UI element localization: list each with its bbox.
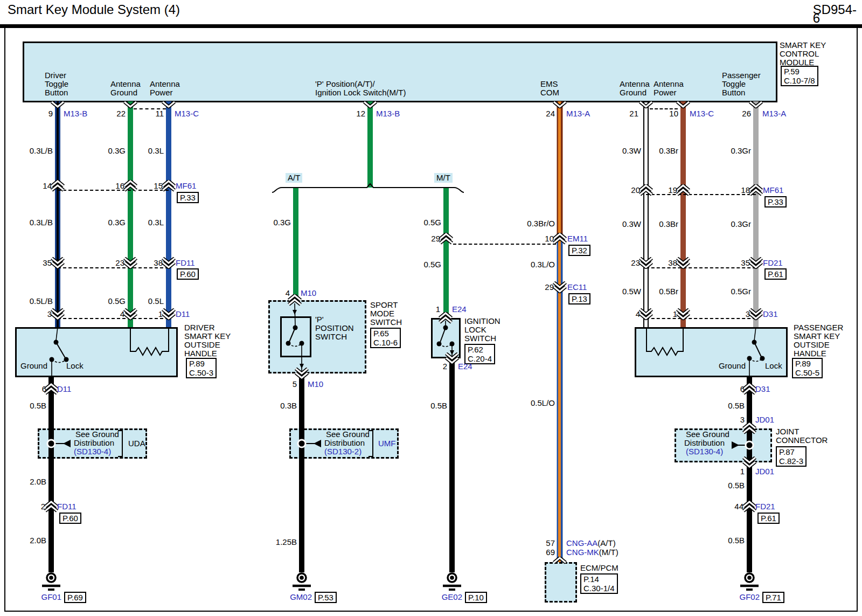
em11-chevron-icon (553, 233, 567, 245)
wire-gauge: 0.3L/B (30, 147, 53, 155)
ground-symbol-icon (739, 572, 760, 593)
connector-id: D11 (176, 310, 190, 319)
tie-d11 (58, 318, 169, 319)
ecm-chevron-icon (553, 557, 567, 564)
wire-gauge: 2.0B (30, 536, 46, 545)
wire-driver-toggle (55, 101, 60, 327)
mf61-right-chevron-icon (676, 184, 690, 196)
ground-dist-link[interactable]: (SD130-4) (74, 447, 111, 456)
sport-mode-switch-label: SPORT MODE SWITCH (370, 301, 402, 327)
connector-id: MF61 (763, 186, 783, 195)
page-ref: P.89 C.50-5 (792, 358, 823, 378)
ground-dist-text: See Ground (326, 430, 370, 439)
pin-number: 2 (443, 362, 447, 371)
ground-dist-tag: UMF (378, 439, 396, 448)
connector-id: D31 (763, 310, 778, 319)
connector-id: FD21 (763, 259, 783, 267)
wire-gauge: 2.0B (30, 477, 46, 486)
pin-number: 6 (740, 385, 745, 393)
page-ref: P.10 (465, 592, 487, 603)
pin-number: 6 (42, 385, 46, 393)
pin-number: 4 (120, 310, 124, 319)
connector-id: FD11 (57, 502, 77, 511)
pin-number: 3 (740, 416, 745, 424)
wire-driver-handle-ground (48, 377, 54, 572)
ground-dist-text: Distribution (324, 439, 365, 447)
connector-id: M13-C (690, 109, 714, 118)
connector-id: M13-B (64, 109, 87, 118)
d11-chevron-icon (51, 308, 65, 320)
page-ref: P.71 (762, 592, 784, 603)
pin-number: 15 (154, 182, 163, 190)
ground-dist-link[interactable]: (SD130-4) (686, 447, 723, 456)
ground-symbol-icon (291, 572, 312, 593)
driver-handle-title: DRIVER SMART KEY OUTSIDE HANDLE (184, 323, 231, 358)
wire-gauge: 0.5G (108, 297, 126, 306)
pin-number: 1 (740, 467, 745, 476)
module-terminal-passenger-toggle: Passenger Toggle Button (722, 71, 761, 97)
connector-id: D11 (57, 385, 71, 393)
ground-symbol-icon (441, 572, 463, 593)
ground-dist-link[interactable]: (SD130-2) (324, 447, 362, 456)
pin-number: 26 (742, 109, 751, 118)
ground-id: GE02 (442, 593, 462, 601)
fd21-chevron-icon (676, 257, 690, 269)
pin-number: 29 (545, 283, 554, 292)
connector-id: E24 (458, 362, 472, 371)
d31-chevron-icon (676, 308, 690, 320)
wire-gauge: 0.5B (728, 481, 745, 490)
fd11-chevron-icon (123, 257, 137, 269)
at-branch-tag: A/T (286, 173, 302, 183)
pin-number: 1 (673, 310, 677, 319)
wire-gauge: 0.3Gr (731, 147, 751, 155)
connector-id: M13-C (175, 109, 199, 118)
wire-gauge: 0.5B (728, 536, 745, 545)
transmission-tag: (A/T) (597, 538, 615, 548)
pin-number: 57 (546, 539, 555, 548)
wire-gauge: 0.5B (430, 402, 447, 410)
ground-symbol-icon (40, 572, 62, 593)
wire-antenna-power-right (680, 101, 686, 327)
module-pin-chevron-icon (363, 101, 377, 108)
tie-mf61-right (646, 194, 756, 195)
wire-gauge: 0.5B (30, 402, 46, 410)
connector-id: JD01 (755, 416, 774, 424)
pin-number: 1 (158, 310, 163, 319)
page-ref: P.61 (757, 513, 780, 524)
wire-gauge: 0.5Gr (731, 287, 751, 296)
module-terminal-antenna-power-left: Antenna Power (150, 80, 180, 97)
tie-fd11 (58, 267, 169, 268)
mf61-chevron-icon (51, 180, 65, 192)
ecm-pcm-label: ECM/PCM (580, 564, 618, 572)
switch-position-ground: Ground (20, 362, 47, 370)
switch-position-ground: Ground (719, 362, 746, 370)
uda-wire-dot-icon (47, 439, 56, 448)
wire-gauge: 0.5L/O (531, 399, 555, 407)
pin-number: 16 (115, 182, 124, 190)
module-terminal-antenna-ground-right: Antenna Ground (620, 80, 650, 97)
wire-passenger-handle-ground (747, 377, 752, 572)
m10-out-chevron-icon (295, 368, 309, 379)
uda-arrow-icon (63, 440, 71, 447)
pin-number: 23 (115, 259, 124, 267)
page-ref: P.14 C.30-1/4 (580, 573, 618, 594)
module-pin-chevron-icon (676, 101, 690, 108)
tie-fd21 (646, 267, 756, 268)
joint-connector-label: JOINT CONNECTOR (776, 427, 828, 445)
pin-number: 23 (631, 259, 640, 267)
pin-number: 10 (545, 234, 554, 243)
fd11-chevron-icon (162, 257, 176, 269)
umf-wire-dot-icon (297, 439, 307, 448)
switch-position-lock: Lock (66, 362, 84, 370)
mf61-chevron-icon (162, 180, 176, 192)
connector-id: FD11 (176, 259, 195, 267)
wire-gauge: 0.5L (148, 297, 164, 306)
wire-gauge: 0.5Br (659, 287, 678, 296)
connector-id: M13-B (376, 109, 400, 118)
tie-em11 (453, 244, 556, 245)
connector-id: M10 (301, 289, 316, 297)
wire-passenger-toggle (753, 101, 759, 327)
d11-chevron-icon (123, 308, 137, 320)
fd21-pin44-chevron-icon (742, 501, 756, 513)
wire-at-branch (293, 188, 298, 300)
